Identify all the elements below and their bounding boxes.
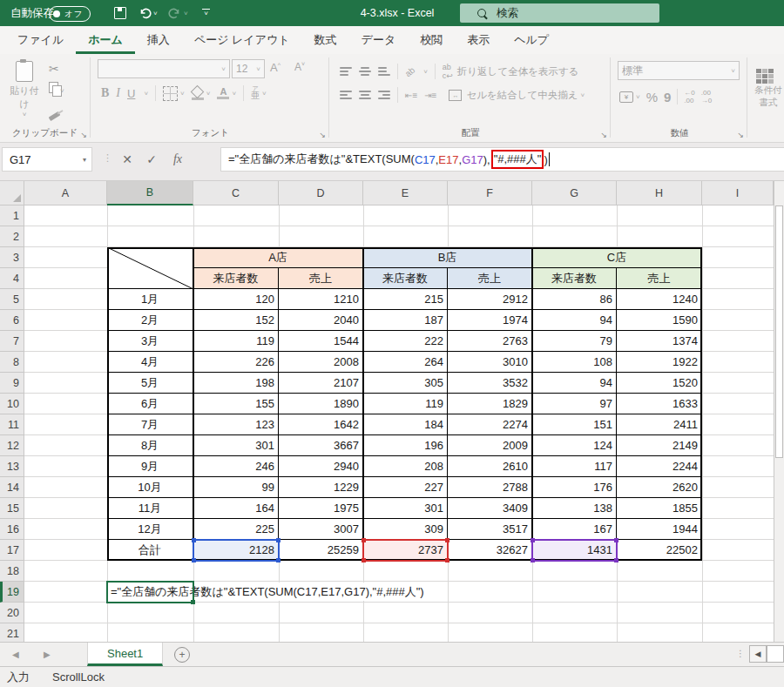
splitter-handle-icon[interactable]: ⋮ (736, 649, 745, 658)
conditional-formatting-button[interactable] (756, 61, 774, 84)
row-header-8[interactable]: 8 (0, 352, 24, 373)
cell-C11[interactable]: 123 (193, 414, 279, 435)
cell-F16[interactable]: 3517 (448, 519, 532, 540)
cell-E8[interactable]: 264 (363, 352, 448, 373)
tab-ページ レイアウト[interactable]: ページ レイアウト (182, 26, 302, 54)
cell-F8[interactable]: 3010 (448, 352, 532, 373)
sub-header-C4[interactable]: 来店者数 (193, 268, 279, 289)
increase-decimal-button[interactable]: ←0.00 (684, 89, 694, 104)
store-header-A店[interactable]: A店 (193, 247, 363, 268)
increase-indent-button[interactable]: ⇥≡ (424, 91, 436, 100)
cell-H10[interactable]: 1633 (617, 394, 702, 414)
cell-D13[interactable]: 2940 (279, 456, 363, 477)
cell-E9[interactable]: 305 (363, 373, 448, 394)
orientation-button[interactable]: ab (403, 64, 417, 78)
tab-データ[interactable]: データ (349, 26, 409, 54)
cell-D10[interactable]: 1890 (279, 394, 363, 414)
cell-D14[interactable]: 1229 (279, 477, 363, 498)
sub-header-H4[interactable]: 売上 (617, 268, 702, 289)
hscroll-left-arrow[interactable]: ◀ (749, 645, 767, 663)
font-color-button[interactable]: A˅ (217, 87, 236, 99)
sub-header-G4[interactable]: 来店者数 (532, 268, 617, 289)
cell-G16[interactable]: 167 (532, 519, 617, 540)
formula-input[interactable]: ="全店舗の来店者数は"&TEXT(SUM(C17,E17,G17),"#,##… (220, 147, 784, 172)
number-format-combo[interactable]: 標準˅ (618, 61, 740, 80)
column-header-A[interactable]: A (24, 181, 107, 205)
save-button[interactable] (114, 0, 126, 26)
row-header-9[interactable]: 9 (0, 373, 24, 394)
cell-F17[interactable]: 32627 (448, 540, 532, 561)
cell-B6[interactable]: 2月 (107, 310, 193, 331)
cell-H17[interactable]: 22502 (617, 540, 702, 561)
row-header-11[interactable]: 11 (0, 414, 24, 435)
cell-E5[interactable]: 215 (363, 289, 448, 310)
cell-E12[interactable]: 196 (363, 435, 448, 456)
row-header-13[interactable]: 13 (0, 456, 24, 477)
cell-H14[interactable]: 2620 (617, 477, 702, 498)
cell-B5[interactable]: 1月 (107, 289, 193, 310)
cell-D6[interactable]: 2040 (279, 310, 363, 331)
cell-F7[interactable]: 2763 (448, 331, 532, 352)
cell-E15[interactable]: 301 (363, 498, 448, 519)
cell-E16[interactable]: 309 (363, 519, 448, 540)
alignment-dialog-launcher[interactable]: ↘ (600, 131, 607, 139)
select-all-corner[interactable] (0, 181, 24, 205)
cell-D5[interactable]: 1210 (279, 289, 363, 310)
cell-G8[interactable]: 108 (532, 352, 617, 373)
font-dialog-launcher[interactable]: ↘ (319, 131, 326, 139)
cell-D12[interactable]: 3667 (279, 435, 363, 456)
vertical-scrollbar[interactable] (774, 181, 784, 642)
tab-挿入[interactable]: 挿入 (135, 26, 182, 54)
merge-center-button[interactable]: ↔ セルを結合して中央揃え ˅ (449, 89, 585, 102)
cell-D9[interactable]: 2107 (279, 373, 363, 394)
bold-button[interactable]: B (101, 86, 109, 100)
cell-C13[interactable]: 246 (193, 456, 279, 477)
name-box[interactable]: G17 ▾ (2, 147, 92, 172)
row-header-12[interactable]: 12 (0, 435, 24, 456)
row-header-6[interactable]: 6 (0, 310, 24, 331)
cell-E7[interactable]: 222 (363, 331, 448, 352)
row-header-4[interactable]: 4 (0, 268, 24, 289)
cell-B7[interactable]: 3月 (107, 331, 193, 352)
align-middle-button[interactable] (359, 67, 371, 76)
cell-H16[interactable]: 1944 (617, 519, 702, 540)
cell-H12[interactable]: 2149 (617, 435, 702, 456)
row-header-18[interactable]: 18 (0, 561, 24, 582)
cell-D15[interactable]: 1975 (279, 498, 363, 519)
row-header-20[interactable]: 20 (0, 603, 24, 623)
cell-G13[interactable]: 117 (532, 456, 617, 477)
drag-handle-icon[interactable]: ⋮ (103, 152, 112, 164)
align-bottom-button[interactable] (378, 67, 390, 76)
redo-button[interactable]: ˅ (168, 0, 188, 26)
phonetic-button[interactable]: ア亜˅ (251, 86, 267, 100)
cell-D16[interactable]: 3007 (279, 519, 363, 540)
cell-D17[interactable]: 25259 (279, 540, 363, 561)
sub-header-F4[interactable]: 売上 (448, 268, 532, 289)
cell-H5[interactable]: 1240 (617, 289, 702, 310)
cell-C8[interactable]: 226 (193, 352, 279, 373)
cell-E11[interactable]: 184 (363, 414, 448, 435)
cancel-button[interactable]: ✕ (117, 147, 138, 172)
cell-B17[interactable]: 合計 (107, 540, 193, 561)
cell-B15[interactable]: 11月 (107, 498, 193, 519)
column-header-C[interactable]: C (193, 181, 279, 205)
cell-H13[interactable]: 2244 (617, 456, 702, 477)
cell-F12[interactable]: 2009 (448, 435, 532, 456)
cell-F11[interactable]: 2274 (448, 414, 532, 435)
tab-ホーム[interactable]: ホーム (76, 26, 135, 54)
cell-C15[interactable]: 164 (193, 498, 279, 519)
store-header-B店[interactable]: B店 (363, 247, 532, 268)
cell-H8[interactable]: 1922 (617, 352, 702, 373)
align-top-button[interactable] (340, 67, 352, 76)
font-size-combo[interactable]: 12˅ (232, 59, 265, 78)
table-corner-cell[interactable] (107, 247, 193, 289)
cut-button[interactable]: ✂ (49, 61, 59, 77)
undo-button[interactable]: ˅ (138, 0, 158, 26)
cell-G14[interactable]: 176 (532, 477, 617, 498)
sheet-next-button[interactable]: ▶ (44, 643, 51, 666)
enter-button[interactable]: ✓ (141, 147, 162, 172)
row-header-16[interactable]: 16 (0, 519, 24, 540)
fill-color-button[interactable]: ˅ (192, 87, 211, 100)
cell-C9[interactable]: 198 (193, 373, 279, 394)
cell-F15[interactable]: 3409 (448, 498, 532, 519)
